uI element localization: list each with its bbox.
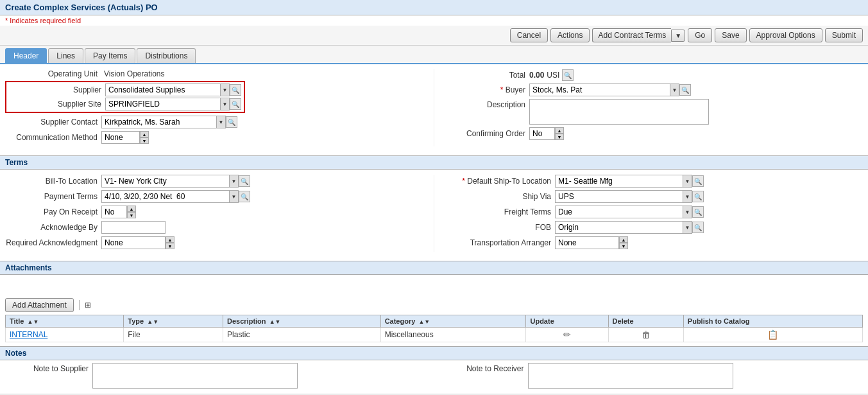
add-contract-button-top[interactable]: Add Contract Terms ▼ [592,28,685,42]
ship-via-input[interactable] [555,190,683,203]
operating-unit-label: Operating Unit [5,69,101,78]
description-row: Description [439,99,863,125]
go-button-top[interactable]: Go [688,28,712,42]
pay-on-receipt-input[interactable] [101,206,127,218]
description-textarea[interactable] [529,99,709,125]
internal-link[interactable]: INTERNAL [10,330,47,339]
ra-spinner-down[interactable]: ▼ [166,243,174,249]
default-ship-input[interactable] [555,175,683,188]
title-sort-icons[interactable]: ▲▼ [27,319,38,325]
fob-search-icon[interactable]: 🔍 [692,222,704,233]
actions-button-top[interactable]: Actions [550,28,590,42]
payment-terms-dropdown[interactable]: ▼ [230,190,239,203]
note-to-supplier-item: Note to Supplier [5,363,428,389]
conf-spinner-up[interactable]: ▲ [555,127,564,134]
confirming-order-input[interactable] [529,127,555,140]
supplier-contact-label: Supplier Contact [5,118,101,127]
freight-terms-dropdown[interactable]: ▼ [683,206,692,218]
default-ship-input-group: ▼ 🔍 [555,175,704,188]
payment-terms-row: Payment Terms ▼ 🔍 [5,190,429,203]
fob-input[interactable] [555,221,683,234]
delete-icon[interactable]: 🗑 [642,329,651,340]
add-contract-main[interactable]: Add Contract Terms [592,28,671,42]
attachments-section-header: Attachments [0,261,868,275]
cat-sort-icons[interactable]: ▲▼ [418,319,430,325]
publish-icon[interactable]: 📋 [767,329,778,340]
supplier-input[interactable] [105,83,221,96]
operating-unit-value: Vision Operations [101,69,165,78]
bill-to-dropdown[interactable]: ▼ [230,175,239,188]
bill-to-search-icon[interactable]: 🔍 [239,175,250,187]
supplier-site-row: Supplier Site ▼ 🔍 [9,98,241,110]
fob-input-group: ▼ 🔍 [555,221,704,234]
note-to-supplier-textarea[interactable] [92,363,298,389]
save-button-top[interactable]: Save [715,28,746,42]
comm-spinner-down[interactable]: ▼ [140,137,149,144]
buyer-input[interactable] [529,83,670,96]
pay-on-receipt-spinner[interactable]: ▲ ▼ [127,206,136,218]
supplier-search-icon[interactable]: 🔍 [230,84,241,96]
header-left-col: Operating Unit Vision Operations Supplie… [0,69,434,146]
comm-spinner-up[interactable]: ▲ [140,131,149,137]
buyer-dropdown[interactable]: ▼ [670,83,679,96]
communication-method-input[interactable] [101,131,140,144]
acknowledge-by-input[interactable] [101,221,166,234]
submit-button-top[interactable]: Submit [825,28,863,42]
transport-arranger-input[interactable] [555,236,619,249]
required-ack-input[interactable] [101,236,166,249]
supplier-highlight-box: Supplier ▼ 🔍 Supplier Site ▼ 🔍 [5,81,245,113]
transport-spinner[interactable]: ▲ ▼ [619,236,628,249]
page-title: Create Complex Services (Actuals) PO [5,3,863,12]
payment-terms-input[interactable] [101,190,230,203]
freight-terms-input[interactable] [555,206,683,218]
col-type: Type ▲▼ [124,315,223,328]
supplier-contact-input[interactable] [101,116,217,128]
tab-lines[interactable]: Lines [48,48,83,63]
ra-spinner-up[interactable]: ▲ [166,236,174,243]
tab-distributions[interactable]: Distributions [137,48,196,63]
supplier-contact-dropdown[interactable]: ▼ [217,116,226,128]
note-to-receiver-item: Note to Receiver [441,363,864,389]
supplier-dropdown[interactable]: ▼ [221,83,230,96]
trans-spinner-up[interactable]: ▲ [619,236,628,243]
note-to-receiver-textarea[interactable] [528,363,733,389]
required-ack-spinner[interactable]: ▲ ▼ [166,236,174,249]
communication-spinner[interactable]: ▲ ▼ [140,131,149,144]
supplier-contact-search-icon[interactable]: 🔍 [226,116,237,128]
ship-via-row: Ship Via ▼ 🔍 [439,190,863,203]
top-toolbar: Cancel Actions Add Contract Terms ▼ Go S… [0,26,868,46]
default-ship-dropdown[interactable]: ▼ [683,175,692,188]
ship-via-search-icon[interactable]: 🔍 [692,191,704,202]
por-spinner-up[interactable]: ▲ [127,206,136,212]
supplier-site-dropdown[interactable]: ▼ [221,98,230,110]
tab-header[interactable]: Header [5,48,47,63]
transport-arranger-label: Transportation Arranger [439,238,555,247]
freight-terms-search-icon[interactable]: 🔍 [692,206,704,218]
acknowledge-by-row: Acknowledge By [5,221,429,234]
required-note: * Indicates required field [0,15,868,26]
trans-spinner-down[interactable]: ▼ [619,243,628,249]
transport-arranger-input-group: ▲ ▼ [555,236,628,249]
desc-sort-icons[interactable]: ▲▼ [269,319,281,325]
payment-terms-search-icon[interactable]: 🔍 [239,191,250,202]
add-attachment-button[interactable]: Add Attachment [5,298,74,312]
update-icon[interactable]: ✏ [563,329,571,340]
buyer-search-icon[interactable]: 🔍 [679,84,691,96]
default-ship-search-icon[interactable]: 🔍 [692,175,704,187]
ship-via-dropdown[interactable]: ▼ [683,190,692,203]
supplier-site-input[interactable] [105,98,221,110]
fob-dropdown[interactable]: ▼ [683,221,692,234]
attachments-section: Add Attachment ⊞ Title ▲▼ Type ▲▼ Descri… [0,276,868,342]
por-spinner-down[interactable]: ▼ [127,212,136,218]
total-search-icon[interactable]: 🔍 [562,69,574,81]
confirming-spinner[interactable]: ▲ ▼ [555,127,564,140]
table-icon[interactable]: ⊞ [85,301,91,310]
tab-pay-items[interactable]: Pay Items [85,48,135,63]
supplier-site-search-icon[interactable]: 🔍 [230,98,241,110]
type-sort-icons[interactable]: ▲▼ [147,319,158,325]
conf-spinner-down[interactable]: ▼ [555,134,564,140]
cancel-button-top[interactable]: Cancel [510,28,548,42]
bill-to-input[interactable] [101,175,230,188]
add-contract-arrow[interactable]: ▼ [671,30,685,42]
approval-button-top[interactable]: Approval Options [749,28,822,42]
